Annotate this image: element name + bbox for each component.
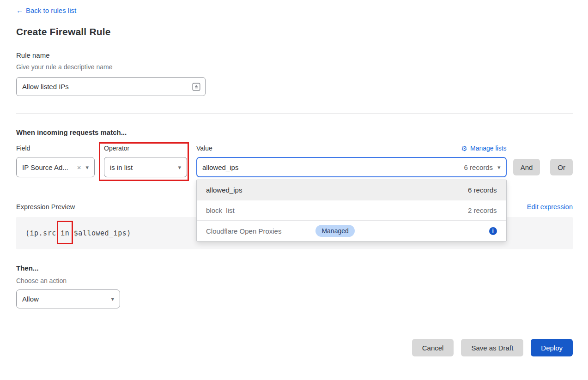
autofill-icon[interactable] [192, 83, 200, 91]
cancel-button[interactable]: Cancel [412, 339, 454, 356]
value-select-records: 6 records [464, 163, 493, 171]
field-label: Field [16, 145, 95, 152]
field-select-value: IP Source Ad... [22, 163, 68, 171]
list-item-cloudflare-open-proxies[interactable]: Cloudflare Open Proxies Managed i [197, 221, 506, 241]
rule-name-input[interactable]: Allow listed IPs [16, 77, 206, 96]
operator-select[interactable]: is in list ▾ [104, 157, 187, 177]
expression-after: $allowed_ips) [69, 229, 131, 237]
value-column: Value ⚙ Manage lists allowed_ips 6 recor… [196, 145, 507, 177]
rule-name-label: Rule name [16, 51, 573, 59]
create-firewall-rule-page: ← Back to rules list Create Firewall Rul… [0, 0, 588, 356]
back-arrow-icon: ← [16, 6, 23, 14]
expression-in-operator-annotated: in [61, 229, 69, 237]
back-link-label: Back to rules list [26, 6, 76, 14]
action-select-value: Allow [22, 295, 39, 303]
chevron-down-icon: ▾ [111, 296, 114, 302]
page-title: Create Firewall Rule [16, 26, 573, 37]
condition-row: Field IP Source Ad... × ▾ Operator is in… [16, 145, 573, 177]
value-select[interactable]: allowed_ips 6 records ▾ [196, 157, 507, 177]
value-label: Value [196, 145, 212, 152]
expression-preview-label: Expression Preview [16, 203, 75, 211]
manage-lists-label: Manage lists [470, 145, 507, 152]
field-column: Field IP Source Ad... × ▾ [16, 145, 95, 177]
managed-badge: Managed [315, 225, 354, 237]
save-as-draft-button[interactable]: Save as Draft [461, 339, 523, 356]
action-helper: Choose an action [16, 277, 573, 284]
operator-label: Operator [104, 145, 187, 152]
chevron-down-icon: ▾ [497, 164, 501, 171]
then-section-heading: Then... [16, 264, 573, 272]
list-item-name: block_list [206, 206, 235, 214]
list-item-records: 2 records [468, 206, 497, 214]
list-item-name: Cloudflare Open Proxies [206, 227, 281, 235]
chevron-down-icon: ▾ [178, 164, 181, 171]
value-select-value: allowed_ips [202, 163, 238, 171]
and-button[interactable]: And [513, 159, 540, 175]
action-select[interactable]: Allow ▾ [16, 290, 120, 308]
gear-icon: ⚙ [461, 145, 467, 152]
chevron-down-icon: ▾ [85, 164, 89, 171]
footer-actions: Cancel Save as Draft Deploy [16, 339, 573, 356]
rule-name-helper: Give your rule a descriptive name [16, 63, 573, 71]
back-to-rules-link[interactable]: ← Back to rules list [16, 6, 76, 14]
value-dropdown-panel: allowed_ips 6 records block_list 2 recor… [196, 180, 507, 241]
section-divider [16, 113, 573, 114]
info-icon[interactable]: i [489, 227, 497, 235]
rule-name-value: Allow listed IPs [22, 83, 69, 90]
match-section-heading: When incoming requests match... [16, 128, 573, 136]
or-button[interactable]: Or [550, 159, 573, 175]
manage-lists-link[interactable]: ⚙ Manage lists [461, 145, 507, 152]
expression-before: (ip.src [25, 229, 61, 237]
list-item-allowed-ips[interactable]: allowed_ips 6 records [197, 180, 506, 200]
field-select[interactable]: IP Source Ad... × ▾ [16, 157, 95, 177]
operator-select-value: is in list [110, 163, 133, 171]
edit-expression-link[interactable]: Edit expression [527, 203, 573, 211]
list-item-block-list[interactable]: block_list 2 records [197, 200, 506, 221]
list-item-records: 6 records [468, 186, 497, 194]
operator-column: Operator is in list ▾ [104, 145, 187, 177]
expression-code: (ip.src in $allowed_ips) [25, 229, 131, 237]
deploy-button[interactable]: Deploy [531, 339, 573, 356]
clear-field-icon[interactable]: × [77, 163, 81, 171]
list-item-name: allowed_ips [206, 186, 242, 194]
